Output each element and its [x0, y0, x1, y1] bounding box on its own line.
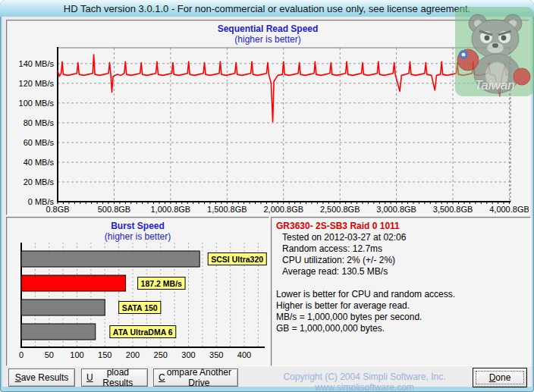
svg-text:150: 150 — [98, 350, 112, 359]
burst-speed-panel: Burst Speed (higher is better) SCSI Ultr… — [6, 217, 269, 366]
svg-text:40 MB/s: 40 MB/s — [24, 158, 55, 167]
sequential-read-chart: 0 MB/s20 MB/s40 MB/s60 MB/s80 MB/s100 MB… — [7, 20, 529, 215]
info-note-line: MB/s = 1,000,000 bytes per second. — [276, 312, 527, 323]
done-button[interactable]: Done — [473, 368, 527, 387]
info-notes: Lower is better for CPU and random acces… — [276, 289, 527, 334]
drive-name: GR3630- 2S-SB3 Raid 0 1011 — [276, 221, 527, 232]
svg-text:250: 250 — [154, 350, 168, 359]
drive-detail-line: Average read: 130.5 MB/s — [276, 266, 527, 278]
copyright-text: Copyright (C) 2004 Simpli Software, Inc.… — [260, 372, 469, 392]
svg-text:SCSI Ultra320: SCSI Ultra320 — [211, 255, 263, 264]
spacer — [276, 278, 527, 289]
svg-text:2,500.8GB: 2,500.8GB — [320, 205, 360, 214]
drive-details: Tested on 2012-03-27 at 02:06Random acce… — [276, 232, 527, 278]
burst-speed-chart: SCSI Ultra320187.2 MB/sSATA 150ATA Ultra… — [7, 218, 269, 365]
upload-results-button[interactable]: Upload Results — [81, 368, 148, 387]
svg-text:1,000.8GB: 1,000.8GB — [151, 205, 191, 214]
svg-text:3,000.8GB: 3,000.8GB — [376, 205, 416, 214]
svg-text:0: 0 — [19, 350, 24, 359]
svg-text:400: 400 — [237, 350, 251, 359]
info-note-line: Lower is better for CPU and random acces… — [276, 289, 527, 300]
titlebar[interactable]: HD Tach version 3.0.1.0 - For non-commer… — [0, 0, 534, 17]
results-info-panel: GR3630- 2S-SB3 Raid 0 1011 Tested on 201… — [271, 217, 531, 366]
svg-text:80 MB/s: 80 MB/s — [24, 118, 55, 127]
client-area: Sequential Read Speed (higher is better)… — [2, 17, 532, 387]
info-note-line: Higher is better for average read. — [276, 300, 527, 312]
svg-text:100 MB/s: 100 MB/s — [19, 99, 55, 108]
info-note-line: GB = 1,000,000,000 bytes. — [276, 323, 527, 334]
svg-text:200: 200 — [126, 350, 140, 359]
hd-tach-window: HD Tach version 3.0.1.0 - For non-commer… — [0, 0, 534, 392]
svg-text:500.8GB: 500.8GB — [98, 205, 130, 214]
svg-text:ATA UltraDMA 6: ATA UltraDMA 6 — [113, 328, 173, 337]
svg-text:3,500.8GB: 3,500.8GB — [433, 205, 473, 214]
svg-text:300: 300 — [181, 350, 195, 359]
compare-another-drive-button[interactable]: Compare Another Drive — [153, 368, 238, 387]
window-title: HD Tach version 3.0.1.0 - For non-commer… — [64, 3, 470, 14]
svg-text:187.2 MB/s: 187.2 MB/s — [141, 279, 182, 288]
svg-text:50: 50 — [45, 350, 54, 359]
svg-text:100: 100 — [70, 350, 83, 359]
drive-detail-line: Tested on 2012-03-27 at 02:06 — [276, 232, 527, 243]
svg-text:SATA 150: SATA 150 — [122, 303, 158, 312]
svg-text:60 MB/s: 60 MB/s — [24, 138, 55, 147]
drive-detail-line: Random access: 12.7ms — [276, 243, 527, 255]
svg-text:120 MB/s: 120 MB/s — [19, 79, 55, 88]
svg-text:20 MB/s: 20 MB/s — [24, 177, 55, 187]
svg-text:0.8GB: 0.8GB — [46, 205, 69, 214]
svg-text:140 MB/s: 140 MB/s — [19, 59, 55, 68]
svg-text:2,000.8GB: 2,000.8GB — [263, 205, 303, 214]
svg-text:4,000.8GB: 4,000.8GB — [489, 205, 529, 214]
svg-text:350: 350 — [209, 350, 223, 359]
save-results-button[interactable]: Save Results — [8, 368, 75, 387]
drive-detail-line: CPU utilization: 2% (+/- 2%) — [276, 255, 527, 266]
svg-text:1,500.8GB: 1,500.8GB — [207, 205, 247, 214]
sequential-read-panel: Sequential Read Speed (higher is better)… — [6, 20, 529, 215]
